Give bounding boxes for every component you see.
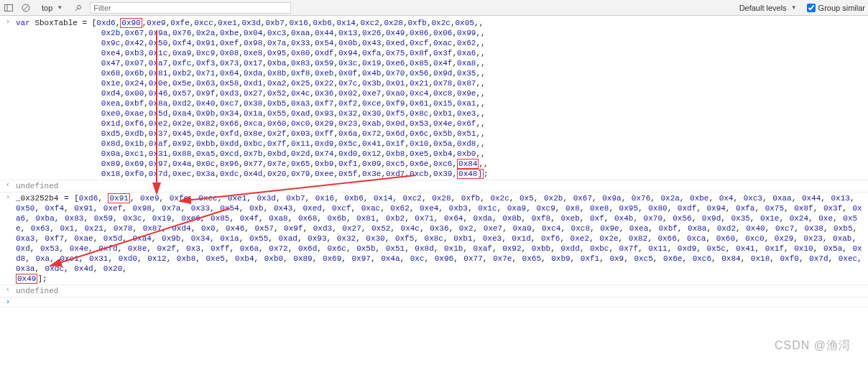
context-selector[interactable]: top <box>37 4 67 12</box>
sidebar-toggle-icon[interactable] <box>3 2 14 14</box>
svg-line-3 <box>24 5 29 10</box>
svg-rect-0 <box>5 4 13 11</box>
console-body: › var SboxTable = [0xd6,0x90,0xe9,0xfe,0… <box>0 16 868 365</box>
output-undefined-1: undefined <box>16 181 868 191</box>
console-output-row: ‹ undefined <box>0 180 868 193</box>
console-input-row: › _0x3252b4 = [0xd6, 0x91, 0xe9, 0xfe, 0… <box>0 193 868 285</box>
clear-console-icon[interactable] <box>20 2 32 14</box>
filter-input[interactable] <box>90 2 291 14</box>
prompt-marker: › <box>0 298 16 306</box>
console-toolbar: top Default levels Group similar <box>0 0 868 16</box>
group-similar-label: Group similar <box>818 4 865 12</box>
code-block-2[interactable]: _0x3252b4 = [0xd6, 0x91, 0xe9, 0xfe, 0xc… <box>16 193 868 284</box>
filter-icon[interactable] <box>73 2 84 14</box>
watermark: CSDN @渔滒 <box>775 338 851 354</box>
output-marker: ‹ <box>0 181 16 189</box>
input-marker: › <box>0 18 16 26</box>
svg-line-5 <box>75 9 78 11</box>
output-undefined-2: undefined <box>16 286 868 296</box>
svg-point-4 <box>78 5 81 9</box>
console-prompt-row[interactable]: › <box>0 297 868 308</box>
input-marker: › <box>0 193 16 201</box>
code-block-1[interactable]: var SboxTable = [0xd6,0x90,0xe9,0xfe,0xc… <box>16 18 868 179</box>
console-output-row: ‹ undefined <box>0 285 868 297</box>
output-marker: ‹ <box>0 286 16 294</box>
console-input-row: › var SboxTable = [0xd6,0x90,0xe9,0xfe,0… <box>0 17 868 180</box>
group-similar-toggle[interactable]: Group similar <box>807 4 865 12</box>
group-similar-checkbox[interactable] <box>807 4 816 12</box>
levels-selector[interactable]: Default levels <box>735 4 801 12</box>
